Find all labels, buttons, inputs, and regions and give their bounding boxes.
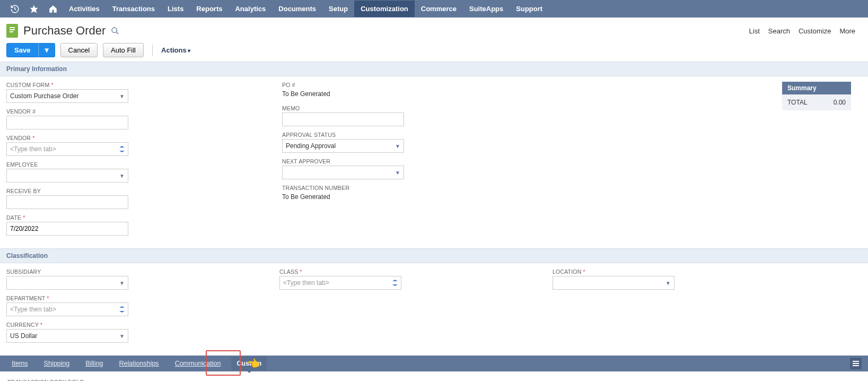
chevron-down-icon: ▼ <box>395 170 400 176</box>
link-customize[interactable]: Customize <box>799 27 831 35</box>
svg-marker-7 <box>119 146 125 148</box>
label-receive-by: RECEIVE BY <box>6 188 144 194</box>
svg-marker-9 <box>119 306 125 308</box>
label-class: CLASS <box>279 269 417 275</box>
summary-total-value: 0.00 <box>834 99 846 106</box>
label-subsidiary: SUBSIDIARY <box>6 269 144 275</box>
vendor-placeholder: <Type then tab> <box>10 145 56 153</box>
nav-reports[interactable]: Reports <box>190 1 229 17</box>
purchase-order-icon <box>6 24 18 38</box>
page-title: Purchase Order <box>23 24 106 38</box>
chevron-down-icon: ▼ <box>395 143 400 149</box>
department-combo[interactable]: <Type then tab> <box>6 302 128 316</box>
autofill-button[interactable]: Auto Fill <box>103 43 144 57</box>
svg-marker-12 <box>392 284 398 286</box>
nav-support[interactable]: Support <box>510 1 549 17</box>
subtab-billing[interactable]: Billing <box>80 357 108 370</box>
custom-form-value: Custom Purchase Order <box>10 92 78 100</box>
nav-setup[interactable]: Setup <box>322 1 354 17</box>
vendor-num-input[interactable] <box>6 116 128 129</box>
subtab-shipping[interactable]: Shipping <box>39 357 75 370</box>
combo-arrow-icon <box>392 280 398 286</box>
section-primary-body: CUSTOM FORM Custom Purchase Order ▼ VEND… <box>0 76 868 248</box>
svg-marker-0 <box>30 5 38 13</box>
svg-rect-2 <box>10 27 15 28</box>
nav-analytics[interactable]: Analytics <box>229 1 272 17</box>
subtabs-menu-icon[interactable] <box>850 358 862 369</box>
employee-select[interactable]: ▼ <box>6 169 128 183</box>
approval-status-select[interactable]: Pending Approval ▼ <box>282 139 404 153</box>
label-department: DEPARTMENT <box>6 295 144 301</box>
class-placeholder: <Type then tab> <box>283 279 329 287</box>
next-approver-select[interactable]: ▼ <box>282 166 404 179</box>
date-input[interactable] <box>6 222 128 236</box>
label-transaction-body-field: TRANSACTION BODY FIELD <box>7 379 861 381</box>
label-po-num: PO # <box>282 82 420 88</box>
label-vendor-num: VENDOR # <box>6 108 144 115</box>
nav-lists[interactable]: Lists <box>161 1 190 17</box>
svg-rect-4 <box>10 31 13 32</box>
summary-header: Summary <box>782 82 851 94</box>
label-date: DATE <box>6 214 144 221</box>
svg-rect-1 <box>8 25 16 37</box>
label-custom-form: CUSTOM FORM <box>6 82 144 88</box>
svg-rect-15 <box>853 365 859 366</box>
subtabs-bar: Items Shipping Billing Relationships Com… <box>0 356 868 371</box>
class-combo[interactable]: <Type then tab> <box>279 276 401 290</box>
vendor-combo[interactable]: <Type then tab> <box>6 142 128 156</box>
nav-customization[interactable]: Customization <box>354 1 415 17</box>
combo-arrow-icon <box>119 146 125 152</box>
nav-activities[interactable]: Activities <box>63 1 106 17</box>
save-button[interactable]: Save <box>6 43 38 57</box>
section-primary-header: Primary Information <box>0 62 868 76</box>
save-split-button[interactable]: Save ▼ <box>6 43 55 57</box>
receive-by-input[interactable] <box>6 195 128 209</box>
top-nav: Activities Transactions Lists Reports An… <box>0 0 868 18</box>
label-approval-status: APPROVAL STATUS <box>282 132 420 138</box>
chevron-down-icon: ▼ <box>119 93 125 99</box>
link-more[interactable]: More <box>839 27 855 35</box>
nav-transactions[interactable]: Transactions <box>106 1 161 17</box>
action-bar-top: Save ▼ Cancel Auto Fill Actions <box>0 42 868 62</box>
memo-input[interactable] <box>282 112 404 126</box>
nav-commerce[interactable]: Commerce <box>415 1 463 17</box>
label-currency: CURRENCY <box>6 322 144 328</box>
link-search[interactable]: Search <box>768 27 790 35</box>
summary-total-label: TOTAL <box>787 99 808 106</box>
nav-suiteapps[interactable]: SuiteApps <box>463 1 510 17</box>
star-icon[interactable] <box>28 3 40 15</box>
svg-marker-11 <box>392 280 398 281</box>
subtab-relationships[interactable]: Relationships <box>114 357 164 370</box>
svg-marker-10 <box>119 311 125 313</box>
nav-documents[interactable]: Documents <box>272 1 322 17</box>
history-icon[interactable] <box>8 3 21 15</box>
subtab-custom[interactable]: Custom <box>231 357 267 370</box>
section-classification-header: Classification <box>0 248 868 263</box>
home-icon[interactable] <box>47 3 59 15</box>
search-icon[interactable] <box>111 27 119 35</box>
svg-rect-14 <box>853 363 859 364</box>
currency-select[interactable]: US Dollar ▼ <box>6 329 128 343</box>
save-dropdown-arrow[interactable]: ▼ <box>38 43 55 57</box>
svg-marker-8 <box>119 151 125 152</box>
label-memo: MEMO <box>282 105 420 111</box>
actions-menu[interactable]: Actions <box>161 46 190 54</box>
page-header: Purchase Order List Search Customize Mor… <box>0 18 868 42</box>
svg-rect-3 <box>10 29 15 30</box>
subsidiary-select[interactable]: ▼ <box>6 276 128 290</box>
divider <box>152 45 153 56</box>
trans-num-value: To Be Generated <box>282 192 420 203</box>
link-list[interactable]: List <box>749 27 760 35</box>
chevron-down-icon: ▼ <box>665 280 671 286</box>
chevron-down-icon: ▼ <box>119 173 125 179</box>
label-trans-num: TRANSACTION NUMBER <box>282 185 420 191</box>
location-select[interactable]: ▼ <box>553 276 674 290</box>
cancel-button[interactable]: Cancel <box>60 43 98 57</box>
subtab-communication[interactable]: Communication <box>170 357 226 370</box>
subtab-items[interactable]: Items <box>6 357 33 370</box>
chevron-down-icon: ▼ <box>119 280 125 286</box>
svg-line-6 <box>116 32 118 34</box>
custom-form-select[interactable]: Custom Purchase Order ▼ <box>6 89 128 103</box>
header-links: List Search Customize More <box>749 27 862 35</box>
po-num-value: To Be Generated <box>282 89 420 100</box>
